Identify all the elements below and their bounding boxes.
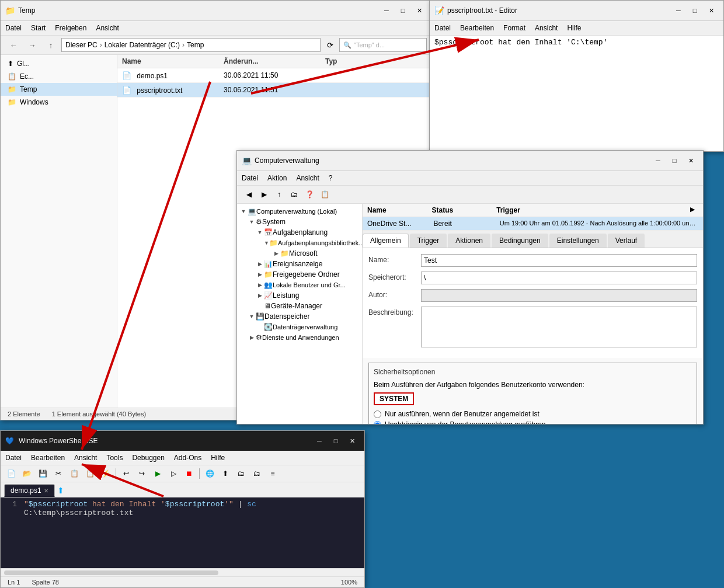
radio-regardless[interactable]: [374, 421, 381, 425]
tree-item-datenspeicher[interactable]: ▼ 💾 Datenspeicher: [237, 311, 362, 322]
sidebar-item-windows[interactable]: 📁 Windows: [1, 96, 117, 109]
menu-datei[interactable]: Datei: [1, 452, 26, 464]
help-btn[interactable]: ❓: [302, 188, 316, 201]
nav-forward[interactable]: →: [24, 38, 40, 52]
list-btn[interactable]: 📋: [318, 188, 332, 201]
nav-back[interactable]: ←: [5, 38, 22, 52]
menu-datei[interactable]: Datei: [430, 22, 455, 34]
tab-einstellungen[interactable]: Einstellungen: [549, 234, 607, 248]
menu-aktion[interactable]: Aktion: [263, 172, 291, 184]
menu-ansicht[interactable]: Ansicht: [69, 452, 102, 464]
menu-tools[interactable]: Tools: [102, 452, 127, 464]
back-btn[interactable]: ◀: [242, 188, 256, 201]
up-btn[interactable]: ↑: [272, 188, 286, 201]
expand-btn[interactable]: ≡: [266, 467, 280, 480]
paste-btn[interactable]: 📋: [83, 467, 97, 480]
system-badge[interactable]: SYSTEM: [374, 392, 414, 405]
stop-btn[interactable]: ⏹: [182, 467, 196, 480]
menu-addons[interactable]: Add-Ons: [169, 452, 206, 464]
scrollbar-thumb[interactable]: [4, 570, 218, 575]
tab-allgemein[interactable]: Allgemein: [363, 234, 409, 248]
folder-btn[interactable]: 🗂: [287, 188, 301, 201]
menu-format[interactable]: Format: [499, 22, 530, 34]
run-selection-btn[interactable]: ▷: [166, 467, 180, 480]
copy-btn[interactable]: 📋: [67, 467, 81, 480]
menu-bearbeiten[interactable]: Bearbeiten: [455, 22, 499, 34]
tree-item-dienste[interactable]: ▶ ⚙ Dienste und Anwendungen: [237, 332, 362, 343]
tree-item-freigegeben[interactable]: ▶ 📁 Freigegebene Ordner: [237, 269, 362, 280]
tree-item-datentraeger[interactable]: 💽 Datenträgerverwaltung: [237, 322, 362, 332]
tab-aktionen[interactable]: Aktionen: [448, 234, 490, 248]
sidebar-item-temp[interactable]: 📁 Temp: [1, 83, 117, 96]
menu-ansicht[interactable]: Ansicht: [91, 22, 123, 34]
sidebar-item-gl[interactable]: ⬆ Gl...: [1, 57, 117, 70]
name-input[interactable]: [421, 254, 697, 267]
tab-bedingungen[interactable]: Bedingungen: [492, 234, 548, 248]
tree-item-ereignis[interactable]: ▶ 📊 Ereignisanzeige: [237, 259, 362, 269]
debug-btn[interactable]: 🌐: [203, 467, 217, 480]
script-btn[interactable]: ⚡: [99, 467, 113, 480]
tab-trigger[interactable]: Trigger: [410, 234, 447, 248]
file-row-demo[interactable]: 📄 demo.ps1 30.06.2021 11:50: [117, 68, 431, 83]
author-input[interactable]: [421, 289, 697, 302]
save-btn[interactable]: 💾: [36, 467, 50, 480]
menu-hilfe[interactable]: Hilfe: [562, 22, 586, 34]
scroll-right[interactable]: ▶: [690, 206, 698, 214]
minimize-button[interactable]: ─: [671, 4, 686, 17]
menu-help[interactable]: ?: [324, 172, 337, 184]
undo-btn[interactable]: ↩: [119, 467, 133, 480]
menu-debuggen[interactable]: Debuggen: [127, 452, 169, 464]
snippet2-btn[interactable]: 🗂: [250, 467, 264, 480]
tab-verlauf[interactable]: Verlauf: [608, 234, 645, 248]
close-button[interactable]: ✕: [412, 4, 427, 17]
maximize-button[interactable]: □: [395, 4, 410, 17]
location-input[interactable]: [421, 272, 697, 284]
nav-up[interactable]: ↑: [43, 38, 59, 52]
tree-item-benutzer[interactable]: ▶ 👥 Lokale Benutzer und Gr...: [237, 280, 362, 290]
menu-hilfe[interactable]: Hilfe: [206, 452, 229, 464]
menu-datei[interactable]: Datei: [1, 22, 26, 34]
tab-close[interactable]: ✕: [44, 488, 48, 494]
address-bar[interactable]: Dieser PC › Lokaler Datenträger (C:) › T…: [61, 38, 321, 52]
minimize-button[interactable]: ─: [312, 434, 327, 447]
tree-item-leistung[interactable]: ▶ 📈 Leistung: [237, 290, 362, 301]
description-textarea[interactable]: [421, 307, 697, 347]
forward-btn[interactable]: ▶: [257, 188, 271, 201]
maximize-button[interactable]: □: [328, 434, 343, 447]
minimize-button[interactable]: ─: [379, 4, 394, 17]
menu-freigeben[interactable]: Freigeben: [50, 22, 91, 34]
task-row[interactable]: OneDrive St... Bereit Um 19:00 Uhr am 01…: [363, 217, 703, 231]
ps-scrollbar-h[interactable]: [1, 568, 364, 576]
menu-start[interactable]: Start: [26, 22, 50, 34]
menu-datei[interactable]: Datei: [237, 172, 263, 184]
sidebar-item-ec[interactable]: 📋 Ec...: [1, 70, 117, 83]
run-btn[interactable]: ▶: [151, 467, 165, 480]
tree-item-microsoft[interactable]: ▶ 📁 Microsoft: [237, 248, 362, 259]
close-button[interactable]: ✕: [683, 154, 698, 167]
open-btn[interactable]: 📂: [20, 467, 34, 480]
menu-ansicht[interactable]: Ansicht: [530, 22, 562, 34]
cut-btn[interactable]: ✂: [51, 467, 65, 480]
close-button[interactable]: ✕: [704, 4, 719, 17]
menu-bearbeiten[interactable]: Bearbeiten: [26, 452, 69, 464]
close-button[interactable]: ✕: [344, 434, 360, 447]
maximize-button[interactable]: □: [667, 154, 682, 167]
file-row-psscriptroot[interactable]: 📄 psscriptroot.txt 30.06.2021 11:51: [117, 83, 431, 98]
refresh-button[interactable]: ⟳: [323, 38, 337, 52]
new-btn[interactable]: 📄: [4, 467, 18, 480]
tree-item-aufgaben[interactable]: ▼ 📅 Aufgabenplanung: [237, 227, 362, 238]
maximize-button[interactable]: □: [687, 4, 702, 17]
snippet-btn[interactable]: 🗂: [234, 467, 248, 480]
tree-item-geraete[interactable]: 🖥 Geräte-Manager: [237, 301, 362, 311]
menu-ansicht[interactable]: Ansicht: [291, 172, 323, 184]
ps-tab-arrow[interactable]: ⬆: [57, 484, 64, 497]
ps-tab-demo[interactable]: demo.ps1 ✕: [4, 484, 55, 497]
tree-item-system[interactable]: ▼ ⚙ System: [237, 217, 362, 227]
tree-item-bibliothek[interactable]: ▼ 📁 Aufgabenplanungsbibliothek...: [237, 238, 362, 248]
debug2-btn[interactable]: ⬆: [218, 467, 232, 480]
minimize-button[interactable]: ─: [650, 154, 666, 167]
notepad-content[interactable]: $psscriptroot hat den Inhalt 'C:\temp': [430, 36, 723, 151]
ps-editor[interactable]: 1 "$psscriptroot hat den Inhalt '$psscri…: [1, 497, 364, 568]
redo-btn[interactable]: ↪: [135, 467, 149, 480]
radio-only-logged-in[interactable]: [374, 410, 381, 418]
